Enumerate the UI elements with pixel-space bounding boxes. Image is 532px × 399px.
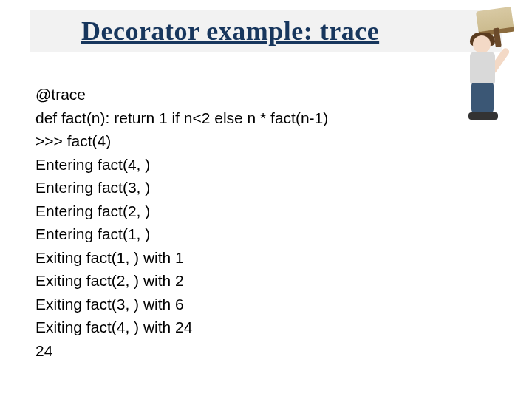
code-line: >>> fact(4) [35, 129, 449, 153]
code-line: Exiting fact(2, ) with 2 [35, 269, 449, 293]
painter-illustration-icon [451, 9, 516, 120]
code-line: Entering fact(1, ) [35, 222, 449, 246]
slide-title: Decorator example: trace [81, 16, 379, 47]
code-line: Entering fact(2, ) [35, 200, 449, 223]
code-line: Entering fact(4, ) [35, 153, 449, 177]
code-line: Entering fact(3, ) [35, 176, 449, 200]
code-block: @trace def fact(n): return 1 if n<2 else… [35, 83, 449, 362]
title-bar: Decorator example: trace [30, 10, 502, 52]
code-line: def fact(n): return 1 if n<2 else n * fa… [35, 106, 449, 130]
code-line: 24 [35, 339, 449, 363]
code-line: Exiting fact(3, ) with 6 [35, 293, 449, 316]
slide: Decorator example: trace @trace def fact… [0, 0, 532, 399]
code-line: @trace [35, 83, 449, 106]
code-line: Exiting fact(1, ) with 1 [35, 246, 449, 270]
code-line: Exiting fact(4, ) with 24 [35, 316, 449, 339]
